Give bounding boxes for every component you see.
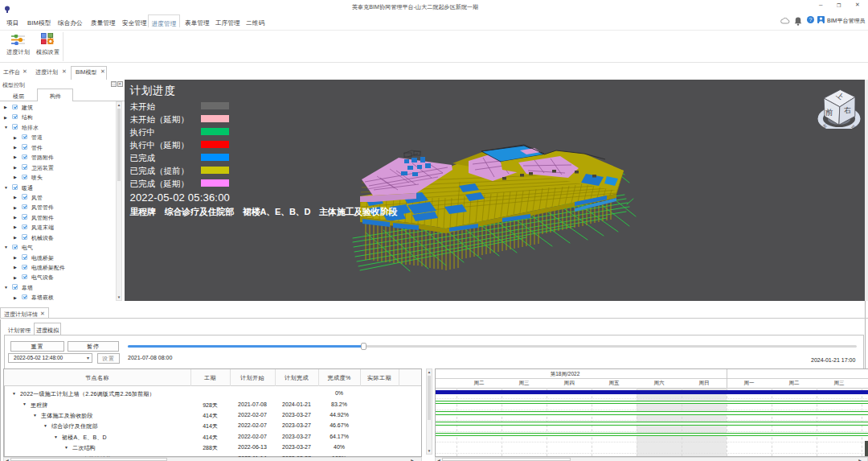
svg-text:右: 右 bbox=[843, 106, 852, 115]
svg-text:前: 前 bbox=[825, 108, 833, 117]
